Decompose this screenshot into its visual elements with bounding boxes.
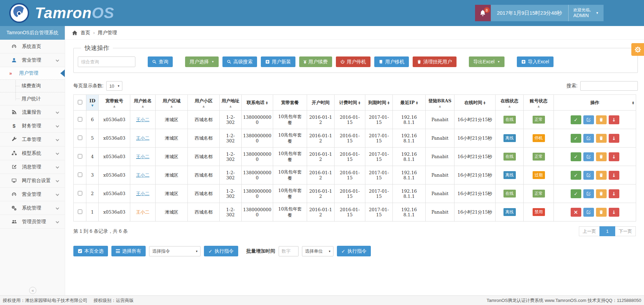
account-status-badge: 正常: [533, 190, 545, 198]
sidebar-item-workorder-mgmt[interactable]: 工单管理: [0, 133, 65, 147]
sidebar-item-model-system[interactable]: 模型系统: [0, 147, 65, 160]
sidebar-item-system-mgmt[interactable]: 系统管理: [0, 201, 65, 215]
suspend-user-button[interactable]: 用户停机: [336, 56, 370, 67]
export-excel-dropdown[interactable]: 导出Excel▼: [469, 56, 505, 67]
enable-user-button[interactable]: ✓: [571, 152, 581, 161]
select-page-button[interactable]: 本页全选: [73, 246, 108, 256]
row-checkbox[interactable]: [78, 173, 82, 177]
settings-gear-button[interactable]: [631, 43, 644, 56]
sidebar-item-user-stats[interactable]: 用户统计: [0, 92, 65, 105]
renew-user-button[interactable]: ¥ 用户续费: [299, 56, 332, 67]
delete-user-button[interactable]: [596, 115, 607, 124]
cell-select: [74, 166, 86, 185]
header-address[interactable]: 用户地址▲: [220, 95, 242, 111]
edit-user-button[interactable]: [583, 115, 594, 124]
sidebar-item-business-mgmt[interactable]: 营业管理: [0, 53, 65, 67]
user-select-dropdown[interactable]: 用户选择▼: [185, 56, 219, 67]
download-user-button[interactable]: ↓: [609, 115, 619, 124]
row-checkbox[interactable]: [78, 209, 82, 214]
clean-dead-users-button[interactable]: 清理挂死用户: [413, 56, 457, 67]
sidebar-item-message-mgmt[interactable]: 消息管理: [0, 160, 65, 174]
cell-online-status: 在线: [496, 185, 524, 203]
sidebar-item-admin-mgmt[interactable]: 管理员管理: [0, 215, 65, 229]
notifications-button[interactable]: 8: [475, 5, 491, 21]
header-account[interactable]: 宽带账号▲: [99, 95, 130, 111]
table-search-input[interactable]: [580, 81, 638, 91]
enable-user-button[interactable]: ✓: [571, 134, 581, 143]
download-user-button[interactable]: ↓: [609, 171, 619, 180]
row-checkbox[interactable]: [78, 136, 82, 140]
quick-search-input[interactable]: [78, 56, 135, 67]
delete-user-button[interactable]: [596, 134, 607, 143]
page-1-button[interactable]: 1: [599, 226, 615, 236]
select-all-button[interactable]: 选择所有: [111, 246, 146, 256]
header-online-time[interactable]: 在线时间▲▼: [454, 95, 496, 111]
user-name-link[interactable]: 王小二: [136, 136, 149, 141]
advanced-search-button[interactable]: 高级搜索: [222, 56, 257, 67]
delete-user-button[interactable]: [596, 208, 607, 217]
user-name-link[interactable]: 王小二: [136, 173, 149, 178]
query-button[interactable]: 查询: [148, 56, 173, 67]
download-user-button[interactable]: ↓: [609, 152, 619, 161]
new-user-button[interactable]: 用户新装: [261, 56, 295, 67]
disable-user-button[interactable]: ×: [571, 208, 581, 217]
batch-number-input[interactable]: [279, 246, 299, 256]
row-checkbox[interactable]: [78, 154, 82, 158]
delete-user-button[interactable]: [596, 152, 607, 161]
header-account-status[interactable]: 账号状态▲: [524, 95, 554, 111]
enable-user-button[interactable]: ✓: [571, 189, 581, 198]
user-name-link[interactable]: 王小二: [136, 117, 149, 122]
sidebar-item-traffic-report[interactable]: 流量报告: [0, 105, 65, 119]
header-id[interactable]: ID▼: [86, 95, 99, 111]
header-expire-date[interactable]: 到期时间▲▼: [365, 95, 393, 111]
execute-command-button[interactable]: ✓ 执行指令: [204, 246, 238, 256]
delete-user-button[interactable]: [596, 171, 607, 180]
delete-user-button[interactable]: [596, 189, 607, 198]
download-user-button[interactable]: ↓: [609, 208, 619, 217]
row-checkbox[interactable]: [78, 191, 82, 195]
execute-batch-button[interactable]: ✓ 执行指令: [337, 246, 371, 256]
header-region[interactable]: 用户区域▲: [156, 95, 188, 111]
breadcrumb-home[interactable]: 首页: [81, 30, 90, 36]
move-user-button[interactable]: 用户移机: [374, 56, 409, 67]
sidebar-item-renewal-query[interactable]: 续费查询: [0, 80, 65, 92]
enable-user-button[interactable]: ✓: [571, 115, 581, 124]
edit-user-button[interactable]: [583, 152, 594, 161]
header-online-status[interactable]: 在线状态▲: [496, 95, 524, 111]
rss-icon: [11, 110, 17, 115]
edit-user-button[interactable]: [583, 208, 594, 217]
header-ip[interactable]: 最近IP▲▼: [393, 95, 426, 111]
user-name-link[interactable]: 王小二: [136, 191, 149, 196]
sidebar-item-finance-mgmt[interactable]: $ 财务管理: [0, 119, 65, 133]
enable-user-button[interactable]: ✓: [571, 171, 581, 180]
edit-user-button[interactable]: [583, 189, 594, 198]
header-phone[interactable]: 联系电话▲▼: [242, 95, 273, 111]
unit-select[interactable]: 选择单位: [302, 246, 333, 256]
header-bill-date[interactable]: 计费时间▲▼: [335, 95, 365, 111]
select-all-checkbox[interactable]: [78, 100, 82, 104]
import-excel-button[interactable]: 导入Excel: [517, 56, 554, 67]
user-name-link[interactable]: 王小二: [136, 154, 149, 159]
per-page-select[interactable]: 10: [106, 81, 122, 91]
sidebar-item-portal-settings[interactable]: 网厅前台设置: [0, 174, 65, 188]
cell-plan: 10兆包年套餐: [273, 166, 307, 185]
prev-page-button[interactable]: 上一页: [579, 226, 600, 236]
edit-user-button[interactable]: [583, 171, 594, 180]
sidebar-item-system-home[interactable]: 系统首页: [0, 40, 65, 53]
header-bras[interactable]: 登陆BRAS▲: [426, 95, 454, 111]
header-open-date[interactable]: 开户时间: [307, 95, 335, 111]
download-user-button[interactable]: ↓: [609, 189, 619, 198]
user-name-link[interactable]: 王小二: [136, 209, 149, 215]
download-user-button[interactable]: ↓: [609, 134, 619, 143]
row-checkbox[interactable]: [78, 117, 82, 122]
user-menu[interactable]: 欢迎光临, ADMIN ▼: [568, 5, 604, 21]
header-community[interactable]: 用户小区▲: [188, 95, 220, 111]
next-page-button[interactable]: 下一页: [615, 226, 636, 236]
command-select[interactable]: 选择指令: [149, 246, 201, 256]
header-plan[interactable]: 宽带套餐: [273, 95, 307, 111]
sidebar-item-business-mgmt-2[interactable]: 营业管理: [0, 188, 65, 201]
header-name[interactable]: 用户姓名▲: [130, 95, 156, 111]
sidebar-item-user-mgmt[interactable]: » 用户管理: [0, 67, 65, 80]
edit-user-button[interactable]: [583, 134, 594, 143]
sidebar-collapse-button[interactable]: «: [29, 287, 36, 294]
